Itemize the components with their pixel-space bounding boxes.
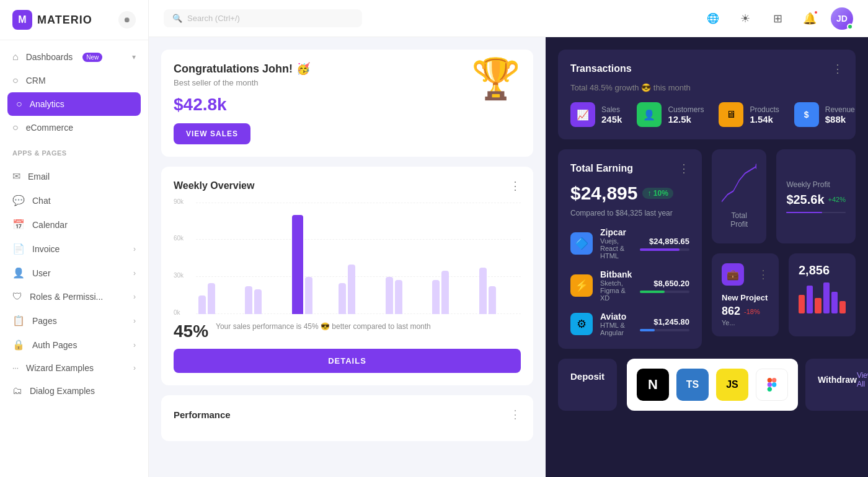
middle-row: Total Earning ⋮ $24,895 ↑ 10% Compared t… (558, 149, 856, 349)
total-profit-card: Total Profit (712, 149, 766, 243)
earning-amount: $24,895 ↑ 10% (570, 183, 689, 204)
profit-chart-svg (722, 159, 756, 209)
chevron-icon-roles: › (133, 292, 136, 301)
transactions-menu-icon[interactable]: ⋮ (832, 62, 843, 76)
earning-comparison: Compared to $84,325 last year (570, 209, 689, 217)
sidebar-item-chat[interactable]: 💬 Chat (0, 188, 148, 212)
sidebar-item-dashboards[interactable]: ⌂ Dashboards New ▾ (0, 45, 148, 69)
transactions-title: Transactions (570, 63, 632, 74)
sidebar: M MATERIO ⏺ ⌂ Dashboards New ▾ ○ CRM ○ A… (0, 0, 149, 477)
search-icon: 🔍 (172, 14, 182, 23)
nextjs-icon[interactable]: N (637, 369, 669, 401)
total-earning-card: Total Earning ⋮ $24,895 ↑ 10% Compared t… (558, 149, 702, 349)
sidebar-item-dialog[interactable]: 🗂 Dialog Examples (0, 379, 148, 403)
details-button[interactable]: DETAILS (174, 349, 521, 373)
profit-stats-card: Weekly Profit $25.6k +42% (776, 149, 856, 243)
chevron-icon-wizard: › (133, 364, 136, 372)
new-project-row: 💼 ⋮ New Project 862 -18% Ye... (712, 253, 856, 336)
search-placeholder: Search (Ctrl+/) (187, 14, 240, 23)
lock-icon: 🔒 (12, 339, 25, 351)
customers-icon: 👤 (637, 102, 662, 127)
sidebar-item-invoice[interactable]: 📄 Invoice › (0, 237, 148, 261)
sidebar-item-analytics[interactable]: ○ Analytics (7, 92, 141, 116)
performance-menu-icon[interactable]: ⋮ (510, 408, 521, 421)
sidebar-item-wizard[interactable]: ··· Wizard Examples › (0, 357, 148, 379)
dialog-icon: 🗂 (12, 385, 22, 396)
sales-label: Sales (601, 105, 622, 114)
tech-logos-card: N TS JS (627, 359, 798, 411)
record-icon[interactable]: ⏺ (118, 11, 136, 28)
project-icon: 💼 (722, 263, 744, 286)
earning-menu-icon[interactable]: ⋮ (678, 162, 689, 175)
content-area: Congratulations John! 🥳 Best seller of t… (149, 37, 868, 477)
sidebar-item-roles[interactable]: 🛡 Roles & Permissi... › (0, 285, 148, 309)
shield-icon: 🛡 (12, 291, 22, 302)
avatar-container[interactable]: JD (831, 7, 853, 30)
transactions-stats: 📈 Sales 245k 👤 Customers 12.5k (570, 102, 843, 127)
sidebar-item-email[interactable]: ✉ Email (0, 164, 148, 188)
withdraw-card: Withdraw View All (805, 359, 868, 411)
sidebar-item-crm[interactable]: ○ CRM (0, 69, 148, 92)
javascript-icon[interactable]: JS (716, 369, 748, 401)
invoice-icon: 📄 (12, 243, 25, 255)
zipcar-icon: 🔷 (570, 232, 593, 255)
sidebar-item-auth[interactable]: 🔒 Auth Pages › (0, 333, 148, 357)
weekly-profit-label: Weekly Profit (786, 180, 846, 189)
revenue-icon: $ (794, 102, 819, 127)
withdraw-title: Withdraw (818, 375, 857, 385)
right-cards-col: Total Profit Weekly Profit $25.6k +42% (712, 149, 856, 349)
theme-icon[interactable]: ☀ (734, 7, 756, 30)
performance-title: Performance (174, 409, 231, 420)
withdraw-view-all[interactable]: View All (857, 371, 868, 388)
trophy-icon: 🏆 (471, 56, 521, 102)
logo-area: M MATERIO ⏺ (0, 0, 148, 40)
transactions-card: Transactions ⋮ Total 48.5% growth 😎 this… (558, 50, 856, 139)
sidebar-item-ecommerce[interactable]: ○ eCommerce (0, 116, 148, 139)
earning-item-zipcar: 🔷 Zipcar Vuejs, React & HTML $24,895.65 (570, 227, 689, 260)
email-icon: ✉ (12, 170, 20, 182)
header: 🔍 Search (Ctrl+/) 🌐 ☀ ⊞ 🔔 JD (149, 0, 868, 37)
customers-value: 12.5k (668, 114, 704, 125)
chevron-icon: ▾ (132, 53, 136, 61)
left-panel: Congratulations John! 🥳 Best seller of t… (149, 37, 546, 477)
earning-title: Total Earning (570, 163, 633, 174)
aviato-sub: HTML & Angular (600, 322, 632, 336)
notification-dot (813, 10, 818, 15)
zipcar-sub: Vuejs, React & HTML (600, 237, 632, 260)
search-bar[interactable]: 🔍 Search (Ctrl+/) (164, 9, 362, 27)
deposit-title: Deposit (570, 371, 604, 382)
view-sales-button[interactable]: VIEW SALES (174, 123, 250, 144)
congrats-title: Congratulations John! 🥳 (174, 62, 521, 76)
figma-icon[interactable] (756, 369, 788, 401)
translate-icon[interactable]: 🌐 (702, 7, 724, 30)
sidebar-item-pages[interactable]: 📋 Pages › (0, 309, 148, 333)
chevron-icon-auth: › (133, 341, 136, 349)
congrats-subtitle: Best seller of the month (174, 78, 521, 87)
stat-sales: 📈 Sales 245k (570, 102, 622, 127)
grid-icon[interactable]: ⊞ (766, 7, 789, 30)
chat-icon: 💬 (12, 195, 25, 206)
congratulations-card: Congratulations John! 🥳 Best seller of t… (161, 50, 533, 157)
sidebar-item-calendar[interactable]: 📅 Calendar (0, 212, 148, 237)
circle-icon: ○ (12, 75, 19, 86)
notification-icon[interactable]: 🔔 (799, 7, 821, 30)
apps-nav: ✉ Email 💬 Chat 📅 Calendar 📄 Invoice › 👤 … (0, 159, 148, 408)
weekly-title: Weekly Overview (174, 180, 254, 191)
chevron-icon-invoice: › (133, 245, 136, 253)
online-status-dot (847, 24, 853, 30)
bar-chart (198, 203, 521, 314)
project-badge: -18% (744, 308, 760, 315)
products-value: 1.54k (750, 114, 779, 125)
new-project-card: 💼 ⋮ New Project 862 -18% Ye... (712, 253, 779, 336)
earning-item-aviato: ⚙ Aviato HTML & Angular $1,245.80 (570, 312, 689, 336)
revenue-label: Revenue (825, 105, 855, 114)
svg-rect-3 (768, 382, 772, 387)
circle-active-icon: ○ (16, 98, 22, 110)
weekly-menu-icon[interactable]: ⋮ (510, 179, 521, 193)
stats-bar-card: 2,856 (789, 253, 856, 336)
weekly-profit-badge: +42% (828, 196, 846, 203)
typescript-icon[interactable]: TS (676, 369, 709, 401)
right-bottom-cards: N TS JS Withdraw View All (627, 359, 868, 411)
project-menu-icon[interactable]: ⋮ (758, 268, 769, 281)
sidebar-item-user[interactable]: 👤 User › (0, 261, 148, 285)
